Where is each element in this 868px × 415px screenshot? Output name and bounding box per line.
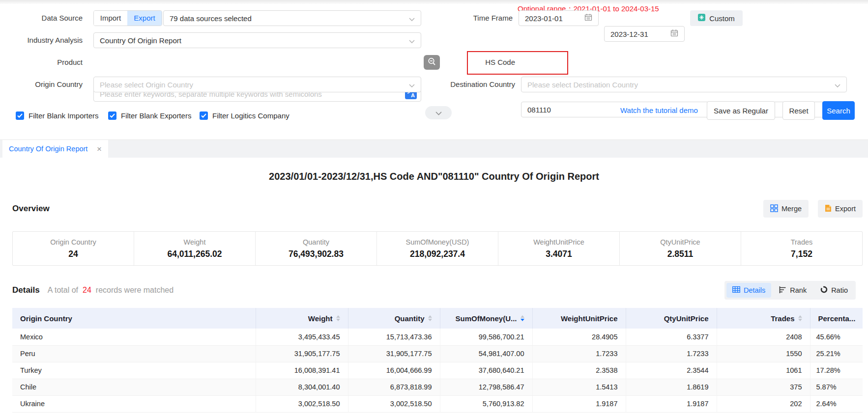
report-title: 2023/01/01-2023/12/31,HS Code AND"081110… xyxy=(0,171,868,182)
view-ratio-button[interactable]: Ratio xyxy=(814,283,854,298)
industry-analysis-value: Country Of Origin Report xyxy=(100,36,181,45)
start-date-input[interactable] xyxy=(525,11,584,26)
view-rank-button[interactable]: Rank xyxy=(773,283,812,298)
chevron-down-icon xyxy=(409,36,415,45)
table-icon xyxy=(732,286,740,294)
destination-country-placeholder: Please select Destination Country xyxy=(527,81,638,89)
data-source-label: Data Source xyxy=(0,10,83,26)
hs-code-label: HS Code xyxy=(433,55,515,70)
details-table: Origin Country Weight Quantity SumOfMone… xyxy=(12,308,863,413)
column-header-qty-unit-price: QtyUnitPrice xyxy=(626,308,717,329)
svg-text:A: A xyxy=(411,92,415,98)
tab-bar: Country Of Origin Report × xyxy=(0,139,868,158)
merge-icon xyxy=(770,204,778,214)
checkbox-filter-blank-importers[interactable]: Filter Blank Importers xyxy=(16,109,99,122)
time-frame-label: Time Frame xyxy=(430,10,513,26)
export-button[interactable]: Export xyxy=(818,200,863,218)
stat-weight: Weight 64,011,265.02 xyxy=(134,232,255,265)
destination-country-select[interactable]: Please select Destination Country xyxy=(521,77,847,92)
records-summary: A total of 24 records were matched xyxy=(48,286,174,295)
stat-origin-country: Origin Country 24 xyxy=(13,232,134,265)
column-header-weight-unit-price: WeightUnitPrice xyxy=(532,308,626,329)
origin-country-placeholder: Please select Origin Country xyxy=(100,81,193,89)
table-row[interactable]: Peru 31,905,177.75 31,905,177.75 54,981,… xyxy=(12,345,863,362)
industry-analysis-select[interactable]: Country Of Origin Report xyxy=(93,32,421,48)
column-header-percentage: Percenta... xyxy=(810,308,863,329)
stat-weight-unit-price: WeightUnitPrice 3.4071 xyxy=(498,232,619,265)
table-row[interactable]: Mexico 3,495,433.45 15,713,473.36 99,586… xyxy=(12,329,863,345)
checkbox-checked-icon xyxy=(108,111,116,120)
close-icon[interactable]: × xyxy=(97,145,102,153)
chevron-down-icon xyxy=(409,14,415,23)
table-row[interactable]: Ukraine 3,002,518.50 3,002,518.50 5,760,… xyxy=(12,395,863,412)
column-header-quantity[interactable]: Quantity xyxy=(348,308,440,329)
calendar-icon xyxy=(670,29,678,39)
import-tab[interactable]: Import xyxy=(94,11,127,26)
tutorial-link[interactable]: Watch the tutorial demo xyxy=(620,101,698,120)
table-header-row: Origin Country Weight Quantity SumOfMone… xyxy=(12,308,863,329)
sort-carets-icon xyxy=(428,315,432,321)
search-button[interactable]: Search xyxy=(822,101,855,120)
report-content: 2023/01/01-2023/12/31,HS Code AND"081110… xyxy=(0,171,868,413)
view-switch: Details Rank Ratio xyxy=(724,281,856,300)
sort-carets-icon xyxy=(798,315,802,321)
chevron-down-icon xyxy=(435,109,442,117)
data-sources-select[interactable]: 79 data sources selected xyxy=(163,10,421,26)
chevron-down-icon xyxy=(409,81,415,89)
checkbox-filter-blank-exporters[interactable]: Filter Blank Exporters xyxy=(108,109,191,122)
trade-data-app: Optional range：2021-01-01 to 2024-03-15 … xyxy=(0,0,868,415)
stat-quantity: Quantity 76,493,902.83 xyxy=(255,232,376,265)
export-tab[interactable]: Export xyxy=(127,11,162,26)
checkbox-checked-icon xyxy=(16,111,24,120)
column-header-origin-country: Origin Country xyxy=(12,308,256,329)
custom-icon xyxy=(698,14,705,23)
column-header-sum-of-money[interactable]: SumOfMoney(U... xyxy=(440,308,532,329)
end-date-input[interactable] xyxy=(610,27,670,41)
view-details-button[interactable]: Details xyxy=(726,283,771,298)
origin-country-label: Origin Country xyxy=(0,77,83,92)
chevron-down-icon xyxy=(835,81,840,89)
collapse-filters-button[interactable] xyxy=(425,106,452,119)
data-sources-value: 79 data sources selected xyxy=(170,14,252,23)
overview-stats: Origin Country 24 Weight 64,011,265.02 Q… xyxy=(12,231,863,266)
checkbox-checked-icon xyxy=(200,111,208,120)
details-heading: Details xyxy=(12,285,40,295)
export-file-icon xyxy=(825,204,832,214)
origin-country-select[interactable]: Please select Origin Country xyxy=(93,77,421,92)
save-as-regular-button[interactable]: Save as Regular xyxy=(707,101,775,120)
tab-country-of-origin-report[interactable]: Country Of Origin Report × xyxy=(2,140,108,158)
sort-carets-icon xyxy=(336,315,340,321)
start-date-field[interactable] xyxy=(519,10,599,26)
column-header-weight[interactable]: Weight xyxy=(256,308,348,329)
stat-qty-unit-price: QtyUnitPrice 2.8511 xyxy=(619,232,741,265)
merge-button[interactable]: Merge xyxy=(763,200,809,218)
table-row[interactable]: Turkey 16,008,391.41 16,004,666.99 37,68… xyxy=(12,362,863,379)
rank-bars-icon xyxy=(779,286,786,295)
stat-trades: Trades 7,152 xyxy=(741,232,862,265)
top-strip xyxy=(0,0,868,4)
end-date-field[interactable] xyxy=(604,26,685,42)
industry-analysis-label: Industry Analysis xyxy=(0,32,83,48)
filter-panel: Optional range：2021-01-01 to 2024-03-15 … xyxy=(0,4,868,139)
custom-range-button[interactable]: Custom xyxy=(690,10,743,26)
sort-carets-icon-active-desc xyxy=(521,315,524,321)
calendar-icon xyxy=(584,13,592,23)
stat-sum-of-money: SumOfMoney(USD) 218,092,237.4 xyxy=(376,232,498,265)
pie-chart-icon xyxy=(820,286,828,295)
reset-button[interactable]: Reset xyxy=(782,101,815,120)
records-count: 24 xyxy=(83,286,91,295)
table-row[interactable]: Chile 8,304,001.40 6,873,818.99 12,798,5… xyxy=(12,379,863,395)
checkbox-filter-logitics-company[interactable]: Filter Logitics Company xyxy=(200,109,289,122)
destination-country-label: Destination Country xyxy=(433,77,515,92)
column-header-trades[interactable]: Trades xyxy=(717,308,810,329)
data-source-toggle: Import Export xyxy=(93,10,162,26)
product-label: Product xyxy=(0,55,83,70)
overview-heading: Overview xyxy=(12,204,50,214)
